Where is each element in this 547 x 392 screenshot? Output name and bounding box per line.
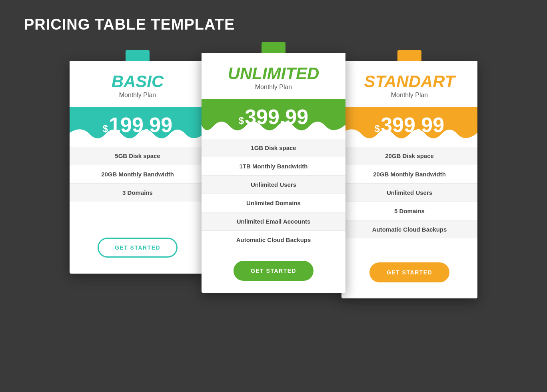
feature-item: 20GB Monthly Bandwidth	[70, 165, 206, 184]
plan-name-standart: STANDART	[349, 73, 469, 90]
feature-item: 5 Domains	[341, 202, 477, 220]
price-amount-unlimited: 399.99	[245, 106, 308, 127]
page-title: PRICING TABLE TEMPLATE	[24, 16, 235, 33]
feature-item: 20GB Disk space	[341, 147, 477, 165]
cta-button-unlimited[interactable]: GET STARTED	[234, 261, 313, 281]
plan-header-basic: BASIC Monthly Plan	[70, 61, 206, 107]
plan-name-basic: BASIC	[78, 73, 198, 90]
feature-item: 1GB Disk space	[202, 139, 345, 157]
plan-header-unlimited: UNLIMITED Monthly Plan	[202, 53, 345, 99]
plan-footer-basic: GET STARTED	[70, 206, 206, 274]
price-dollar-standart: $	[375, 123, 380, 134]
plan-name-unlimited: UNLIMITED	[210, 65, 337, 82]
price-dollar-basic: $	[103, 123, 108, 134]
feature-item: Unlimited Domains	[202, 194, 345, 212]
feature-item: 1TB Monthly Bandwidth	[202, 157, 345, 176]
price-wave-standart: $ 399.99	[341, 107, 477, 143]
features-list-basic: 5GB Disk space 20GB Monthly Bandwidth 3 …	[70, 143, 206, 206]
feature-item: Unlimited Email Accounts	[202, 212, 345, 231]
price-text-basic: $ 199.99	[103, 114, 172, 135]
price-amount-standart: 399.99	[381, 114, 444, 135]
feature-item: 5GB Disk space	[70, 147, 206, 165]
plan-card-unlimited: UNLIMITED Monthly Plan $ 399.99 1GB Disk…	[202, 53, 345, 293]
plan-footer-standart: GET STARTED	[341, 242, 477, 298]
features-list-unlimited: 1GB Disk space 1TB Monthly Bandwidth Unl…	[202, 135, 345, 253]
plan-subtitle-basic: Monthly Plan	[78, 92, 198, 99]
cta-button-basic[interactable]: GET STARTED	[98, 238, 178, 258]
feature-item: 20GB Monthly Bandwidth	[341, 165, 477, 184]
plan-footer-unlimited: GET STARTED	[202, 253, 345, 293]
price-wave-basic: $ 199.99	[70, 107, 206, 143]
feature-item: Unlimited Users	[341, 184, 477, 202]
pricing-container: BASIC Monthly Plan $ 199.99 5GB Disk spa…	[24, 53, 523, 298]
feature-item: 3 Domains	[70, 184, 206, 202]
feature-item: Unlimited Users	[202, 176, 345, 194]
plan-tab-basic	[126, 50, 150, 61]
cta-button-standart[interactable]: GET STARTED	[369, 262, 449, 282]
features-list-standart: 20GB Disk space 20GB Monthly Bandwidth U…	[341, 143, 477, 242]
price-text-standart: $ 399.99	[375, 114, 444, 135]
plan-card-basic: BASIC Monthly Plan $ 199.99 5GB Disk spa…	[70, 61, 206, 274]
plan-card-standart: STANDART Monthly Plan $ 399.99 20GB Disk…	[341, 61, 477, 298]
price-dollar-unlimited: $	[239, 115, 244, 126]
plan-tab-standart	[397, 50, 421, 61]
plan-subtitle-standart: Monthly Plan	[349, 92, 469, 99]
price-amount-basic: 199.99	[109, 114, 172, 135]
plan-subtitle-unlimited: Monthly Plan	[210, 84, 337, 91]
price-wave-unlimited: $ 399.99	[202, 99, 345, 135]
feature-item: Automatic Cloud Backups	[202, 231, 345, 249]
feature-item: Automatic Cloud Backups	[341, 220, 477, 238]
plan-tab-unlimited	[262, 42, 285, 53]
price-text-unlimited: $ 399.99	[239, 106, 308, 127]
plan-header-standart: STANDART Monthly Plan	[341, 61, 477, 107]
